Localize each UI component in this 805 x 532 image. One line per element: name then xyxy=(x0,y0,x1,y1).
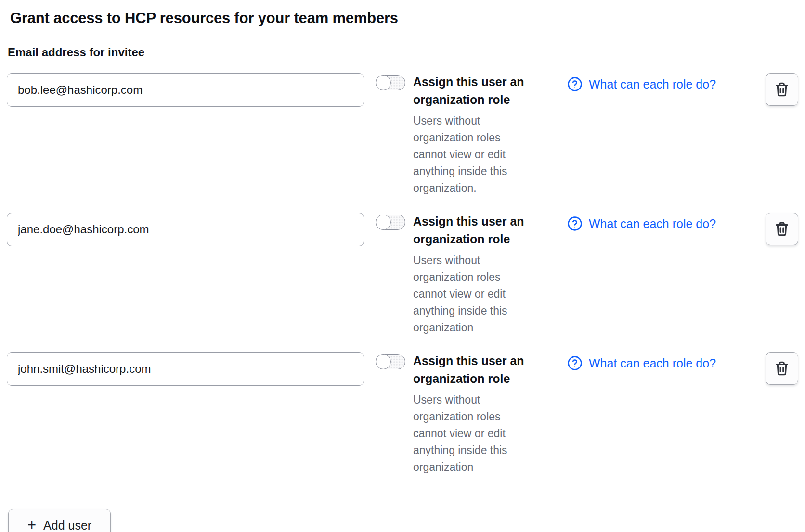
role-helper-text: Users without organization roles cannot … xyxy=(413,392,529,476)
role-help-link[interactable]: What can each role do? xyxy=(589,217,716,231)
invite-row: Assign this user an organization role Us… xyxy=(7,213,805,336)
role-description: Assign this user an organization role Us… xyxy=(413,213,541,336)
delete-row-button[interactable] xyxy=(766,352,798,385)
trash-icon xyxy=(774,221,790,237)
role-description: Assign this user an organization role Us… xyxy=(413,73,541,197)
invite-users-panel: Grant access to HCP resources for your t… xyxy=(0,0,805,532)
role-description: Assign this user an organization role Us… xyxy=(413,352,541,476)
role-help-link[interactable]: What can each role do? xyxy=(589,356,716,370)
invite-rows: Assign this user an organization role Us… xyxy=(7,73,805,476)
question-mark-icon xyxy=(567,216,583,231)
email-input[interactable] xyxy=(7,213,364,246)
assign-role-label: Assign this user an organization role xyxy=(413,352,541,388)
assign-role-label: Assign this user an organization role xyxy=(413,73,541,109)
plus-icon: + xyxy=(27,518,36,532)
page-title: Grant access to HCP resources for your t… xyxy=(7,10,805,27)
org-role-toggle[interactable] xyxy=(376,354,405,369)
email-input[interactable] xyxy=(7,352,364,386)
delete-row-button[interactable] xyxy=(766,73,798,106)
assign-role-label: Assign this user an organization role xyxy=(413,213,541,248)
trash-icon xyxy=(774,360,790,377)
invite-row: Assign this user an organization role Us… xyxy=(7,73,805,197)
role-help-link-group[interactable]: What can each role do? xyxy=(567,216,740,231)
question-mark-icon xyxy=(567,76,583,92)
org-role-toggle[interactable] xyxy=(376,215,405,230)
role-helper-text: Users without organization roles cannot … xyxy=(413,113,529,197)
toggle-knob xyxy=(376,75,391,90)
delete-row-button[interactable] xyxy=(766,213,798,245)
invite-row: Assign this user an organization role Us… xyxy=(7,352,805,476)
toggle-knob xyxy=(376,215,391,230)
add-user-label: Add user xyxy=(43,519,91,532)
add-user-button[interactable]: + Add user xyxy=(8,509,111,532)
role-help-link-group[interactable]: What can each role do? xyxy=(567,76,740,92)
role-help-link-group[interactable]: What can each role do? xyxy=(567,355,740,371)
role-help-link[interactable]: What can each role do? xyxy=(589,77,716,91)
email-address-label: Email address for invitee xyxy=(7,46,805,59)
question-mark-icon xyxy=(567,355,583,371)
role-helper-text: Users without organization roles cannot … xyxy=(413,252,529,336)
org-role-toggle[interactable] xyxy=(376,75,405,90)
toggle-knob xyxy=(376,354,391,369)
email-input[interactable] xyxy=(7,73,364,107)
trash-icon xyxy=(774,81,790,98)
